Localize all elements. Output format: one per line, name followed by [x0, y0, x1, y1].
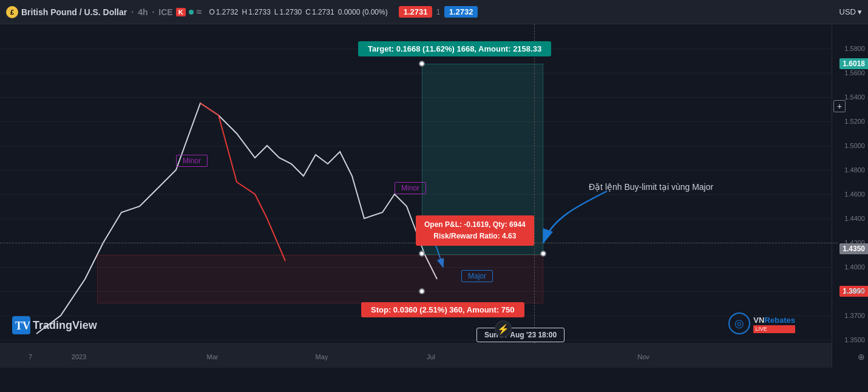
handle-dot-bottom[interactable] — [419, 288, 425, 294]
xaxis-label-mar: Mar — [207, 353, 219, 360]
y-label-10: 1.4000 — [844, 263, 865, 271]
price-box-1[interactable]: 1.2731 — [399, 6, 433, 18]
xaxis-label-may: May — [316, 353, 328, 360]
close-label: C1.2731 — [305, 8, 334, 16]
y-label-13: 1.3500 — [844, 336, 865, 343]
vnrebates-logo: ◎ VNRebates LIVE — [728, 313, 795, 334]
stop-box: Stop: 0.0360 (2.51%) 360, Amount: 750 — [361, 302, 524, 317]
price-badge-teal: 1.6018 — [839, 58, 868, 69]
xaxis-label-jul: Jul — [427, 353, 435, 360]
tv-icon: TV — [12, 316, 30, 334]
y-label-1: 1.5800 — [844, 45, 865, 52]
currency-selector[interactable]: USD ▾ — [839, 7, 862, 16]
vertical-crosshair — [534, 24, 535, 343]
high-value: 1.2733 — [248, 8, 271, 16]
currency-label: USD — [839, 7, 856, 16]
y-label-12: 1.3700 — [844, 312, 865, 319]
annotation-arrow — [540, 188, 619, 261]
symbol-icon: £ — [6, 6, 18, 18]
timeframe: 4h — [138, 7, 147, 17]
y-label-8: 1.4400 — [844, 215, 865, 222]
handle-dot-left[interactable] — [419, 251, 425, 257]
handle-dot-right[interactable] — [540, 251, 546, 257]
y-label-4: 1.5200 — [844, 118, 865, 125]
chevron-down-icon: ▾ — [858, 7, 862, 16]
close-value: 1.2731 — [312, 8, 334, 16]
y-axis: 1.6018 + 1.4350 1.3990 1.5800 1.5600 1.5… — [832, 24, 868, 368]
separator2: · — [152, 7, 154, 17]
vnr-brand: VNRebates — [753, 314, 795, 325]
pnl-line2: Risk/Reward Ratio: 4.63 — [424, 231, 526, 242]
major-label: Major — [461, 270, 493, 282]
symbol-name: British Pound / U.S. Dollar — [21, 7, 127, 17]
lightning-button[interactable]: ⚡ — [495, 320, 512, 337]
target-box: Target: 0.1668 (11.62%) 1668, Amount: 21… — [358, 41, 551, 56]
xaxis-label-nov: Nov — [637, 353, 649, 360]
y-label-11: 1.3900 — [844, 288, 865, 295]
sync-icon: ≈ — [197, 7, 202, 18]
date-tooltip: Sun 27 Aug '23 18:00 — [476, 328, 565, 342]
price-box-2[interactable]: 1.2732 — [444, 6, 478, 18]
tv-name: TradingView — [33, 319, 97, 332]
chart-area: Minor Minor Major Target: 0.1668 (11.62%… — [0, 24, 838, 368]
y-label-2: 1.5600 — [844, 69, 865, 76]
pnl-box: Open P&L: -0.1619, Qty: 6944 Risk/Reward… — [416, 215, 534, 246]
crosshair-add-button[interactable]: + — [833, 100, 846, 112]
svg-text:TV: TV — [15, 320, 30, 332]
y-label-6: 1.4800 — [844, 166, 865, 174]
vnr-icon: ◎ — [728, 313, 750, 334]
online-dot — [189, 10, 194, 15]
price-boxes: 1.2731 1 1.2732 — [399, 6, 478, 18]
xaxis-label-7: 7 — [29, 353, 32, 360]
y-label-7: 1.4600 — [844, 191, 865, 198]
open-value: 1.2732 — [216, 8, 239, 16]
y-label-5: 1.5000 — [844, 142, 865, 149]
y-label-3: 1.5400 — [844, 93, 865, 101]
symbol-info: £ British Pound / U.S. Dollar · 4h · ICE… — [6, 6, 202, 18]
pnl-line1: Open P&L: -0.1619, Qty: 6944 — [424, 219, 526, 231]
low-label: L1.2730 — [274, 8, 302, 16]
open-label: O1.2732 — [209, 8, 238, 16]
vnr-rebates: Rebates — [764, 316, 795, 325]
price-change: 0.0000 (0.00%) — [338, 8, 388, 16]
ohlc-data: O1.2732 H1.2733 L1.2730 C1.2731 0.0000 (… — [209, 8, 387, 16]
handle-dot-top[interactable] — [419, 61, 425, 67]
minor-label-2: Minor — [395, 182, 426, 194]
vnr-vn: VN — [753, 316, 764, 325]
tradingview-logo: TV TradingView — [12, 316, 97, 334]
exchange: ICE — [158, 7, 172, 17]
minor-label-1: Minor — [176, 155, 208, 167]
k-badge: K — [176, 8, 186, 16]
price-sep: 1 — [436, 7, 440, 16]
low-value: 1.2730 — [280, 8, 302, 16]
separator: · — [131, 7, 134, 17]
y-label-9: 1.4200 — [844, 239, 865, 246]
geo-button[interactable]: ⊕ — [858, 352, 865, 362]
chart-header: £ British Pound / U.S. Dollar · 4h · ICE… — [0, 0, 868, 24]
x-axis: 7 2023 Mar May Jul Nov — [0, 343, 838, 368]
header-right: USD ▾ — [839, 7, 862, 16]
vnr-sub: LIVE — [753, 325, 795, 333]
xaxis-label-2023: 2023 — [72, 353, 86, 360]
high-label: H1.2733 — [242, 8, 270, 16]
